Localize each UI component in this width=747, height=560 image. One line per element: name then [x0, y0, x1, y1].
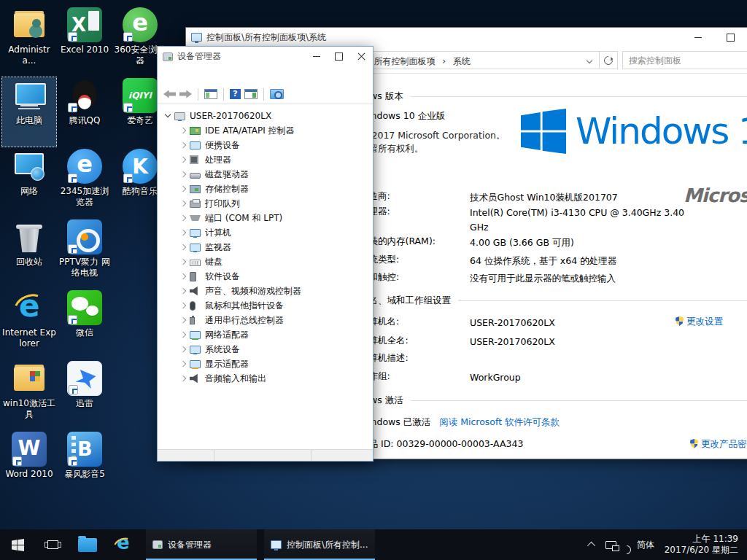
maximize-button[interactable] [328, 47, 350, 66]
close-button[interactable] [350, 47, 373, 66]
chevron-icon[interactable] [178, 371, 190, 386]
system-window-titlebar[interactable]: 控制面板\所有控制面板项\系统 [186, 28, 747, 47]
chevron-icon[interactable] [178, 167, 190, 182]
menu-item[interactable] [198, 74, 212, 78]
search-input[interactable] [623, 52, 747, 69]
input-language-indicator[interactable]: 简体 [637, 539, 654, 551]
file-explorer-button[interactable] [70, 529, 105, 560]
device-tree-item[interactable]: 系统设备 [158, 342, 373, 357]
desktop-icon[interactable]: 此电脑 [1, 77, 57, 147]
chevron-icon[interactable] [178, 327, 190, 342]
chevron-down-icon[interactable] [587, 58, 592, 63]
desktop-icon[interactable]: 腾讯QQ [57, 77, 112, 147]
desktop-icon[interactable]: 迅雷 [57, 359, 112, 430]
taskbar-clock[interactable]: 上午 11:39 2017/6/20 星期二 [665, 534, 738, 556]
scan-hardware-changes-icon[interactable] [270, 89, 284, 99]
menu-item[interactable] [185, 74, 198, 78]
shortcut-arrow-icon [68, 315, 77, 324]
chevron-icon[interactable] [178, 342, 190, 357]
desktop-icon[interactable]: win10激活工具 [1, 359, 57, 430]
device-tree-item[interactable]: 监视器 [158, 240, 373, 254]
change-settings-link[interactable]: 更改设置 [676, 316, 723, 328]
show-hidden-icons-icon[interactable] [587, 542, 595, 550]
desktop-icon[interactable]: Word 2010 [1, 430, 57, 501]
chevron-icon[interactable] [178, 357, 190, 371]
device-tree-item[interactable]: 显示适配器 [158, 357, 373, 371]
chevron-icon[interactable] [178, 196, 190, 211]
device-tree-item[interactable]: 鼠标和其他指针设备 [158, 298, 373, 313]
shortcut-arrow-icon [69, 385, 78, 394]
chevron-icon[interactable] [178, 313, 190, 327]
chevron-icon[interactable] [178, 240, 190, 254]
chevron-icon[interactable] [178, 284, 190, 298]
chevron-icon[interactable] [178, 182, 190, 196]
device-tree-item[interactable]: 键盘 [158, 254, 373, 269]
desktop-icon-label: 迅雷 [57, 398, 112, 409]
chevron-icon[interactable] [178, 254, 190, 269]
device-manager-menubar [158, 66, 373, 85]
chevron-icon[interactable] [178, 298, 190, 313]
desktop-icon[interactable]: 微信 [57, 289, 112, 359]
maximize-button[interactable] [714, 28, 747, 47]
device-tree-item[interactable]: 软件设备 [158, 269, 373, 284]
device-tree-item[interactable]: 音频输入和输出 [158, 371, 373, 386]
chevron-icon[interactable] [178, 225, 190, 240]
desktop-icon[interactable]: PPTV聚力 网络电视 [57, 218, 112, 289]
minimize-button[interactable] [681, 28, 714, 47]
chevron-icon[interactable] [178, 123, 190, 138]
desktop-icon[interactable]: 回收站 [1, 218, 57, 289]
taskbar-app-device-manager[interactable]: 设备管理器 [146, 529, 257, 560]
desktop-icon[interactable]: 暴风影音5 [57, 430, 112, 501]
device-manager-titlebar[interactable]: 设备管理器 [158, 47, 373, 66]
change-product-key-link[interactable]: 更改产品密钥 [690, 438, 747, 451]
clock-date: 2017/6/20 星期二 [665, 545, 738, 556]
info-value [470, 352, 700, 365]
device-tree-item[interactable]: 计算机 [158, 225, 373, 240]
device-tree-item[interactable]: 存储控制器 [158, 182, 373, 196]
action-pane-icon[interactable] [244, 89, 258, 99]
taskbar-app-control-panel[interactable]: 控制面板\所有控制... [264, 529, 375, 560]
network-icon [12, 149, 47, 184]
back-icon[interactable] [163, 90, 176, 98]
desktop-icon[interactable]: 网络 [1, 147, 57, 218]
cpu-icon [190, 155, 198, 164]
device-tree-item[interactable]: 端口 (COM 和 LPT) [158, 211, 373, 225]
device-tree-item[interactable]: 声音、视频和游戏控制器 [158, 284, 373, 298]
chevron-icon[interactable] [178, 269, 190, 284]
minimize-button[interactable] [305, 47, 328, 66]
chevron-icon[interactable] [178, 152, 190, 167]
device-tree-item[interactable]: USER-20170620LX [158, 109, 373, 123]
show-console-tree-icon[interactable] [204, 89, 217, 99]
desktop-icon[interactable]: Administra... [1, 6, 57, 77]
license-terms-link[interactable]: 阅读 Microsoft 软件许可条款 [439, 416, 560, 427]
desktop-icon[interactable]: Internet Explorer [1, 289, 57, 359]
device-tree-item[interactable]: 网络适配器 [158, 327, 373, 342]
refresh-button[interactable] [600, 51, 618, 69]
device-tree-item[interactable]: 打印队列 [158, 196, 373, 211]
this-pc-icon [12, 78, 47, 113]
chevron-icon[interactable] [178, 138, 190, 152]
desktop-icon[interactable]: Excel 2010 [57, 6, 112, 77]
network-icon[interactable] [605, 541, 616, 549]
desktop-icon[interactable]: 2345加速浏览器 [57, 147, 112, 218]
device-tree-item[interactable]: 便携设备 [158, 138, 373, 152]
disk-icon [190, 173, 201, 179]
forward-icon[interactable] [179, 90, 192, 98]
help-icon[interactable]: ? [230, 89, 241, 99]
menu-item[interactable] [159, 74, 172, 78]
shortcut-arrow-icon [68, 244, 77, 254]
device-tree-item[interactable]: 处理器 [158, 152, 373, 167]
internet-explorer-button[interactable] [105, 529, 140, 560]
task-view-button[interactable] [35, 529, 70, 560]
device-tree-item[interactable]: 磁盘驱动器 [158, 167, 373, 182]
desktop-icon-label: 微信 [57, 327, 112, 338]
menu-item[interactable] [172, 74, 185, 78]
kugou-icon [123, 149, 158, 184]
chevron-icon[interactable] [163, 109, 174, 123]
device-tree-item[interactable]: 通用串行总线控制器 [158, 313, 373, 327]
clock-time: 上午 11:39 [665, 534, 738, 545]
info-value: 没有可用于此显示器的笔或触控输入 [470, 271, 700, 286]
chevron-icon[interactable] [178, 211, 190, 225]
device-tree-item[interactable]: IDE ATA/ATAPI 控制器 [158, 123, 373, 138]
start-button[interactable] [0, 529, 35, 560]
